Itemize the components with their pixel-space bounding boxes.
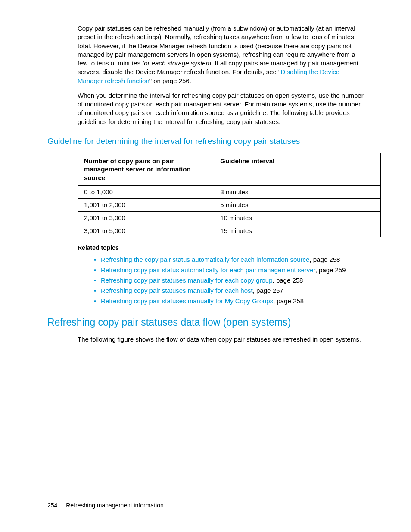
paragraph-1c: " on page 256.: [149, 77, 191, 84]
related-tail: , page 258: [273, 297, 304, 305]
table-row: 1,001 to 2,000 5 minutes: [78, 199, 381, 212]
related-topics-list: Refreshing the copy pair status automati…: [47, 255, 364, 306]
related-tail: , page 257: [253, 287, 283, 294]
related-tail: , page 258: [309, 256, 340, 263]
paragraph-3: The following figure shows the flow of d…: [47, 335, 364, 344]
page-number: 254: [47, 502, 57, 509]
list-item: Refreshing copy pair statuses manually f…: [94, 275, 364, 286]
table-cell: 3,001 to 5,000: [78, 224, 214, 237]
list-item: Refreshing the copy pair status automati…: [94, 255, 364, 265]
related-tail: , page 258: [273, 277, 303, 284]
list-item: Refreshing copy pair status automaticall…: [94, 265, 364, 275]
table-cell: 2,001 to 3,000: [78, 212, 214, 224]
table-cell: 5 minutes: [214, 199, 381, 212]
document-page: Copy pair statuses can be refreshed manu…: [0, 0, 411, 532]
related-link[interactable]: Refreshing the copy pair status automati…: [101, 256, 309, 263]
table-header-pairs: Number of copy pairs on pair management …: [78, 153, 214, 186]
paragraph-2: When you determine the interval for refr…: [47, 91, 364, 126]
paragraph-1-italic: for each storage system: [142, 59, 211, 67]
list-item: Refreshing copy pair statuses manually f…: [94, 286, 364, 296]
related-link[interactable]: Refreshing copy pair statuses manually f…: [101, 277, 273, 284]
table-header-interval: Guideline interval: [214, 153, 381, 186]
table-cell: 10 minutes: [214, 212, 381, 224]
heading-data-flow: Refreshing copy pair statuses data flow …: [47, 317, 364, 328]
table-cell: 15 minutes: [214, 224, 381, 237]
list-item: Refreshing copy pair statuses manually f…: [94, 296, 364, 306]
related-link[interactable]: Refreshing copy pair statuses manually f…: [101, 297, 273, 305]
table-row: 2,001 to 3,000 10 minutes: [78, 212, 381, 224]
footer-section: Refreshing management information: [66, 502, 163, 509]
heading-guideline-interval: Guideline for determining the interval f…: [47, 137, 364, 146]
table-header-row: Number of copy pairs on pair management …: [78, 153, 381, 186]
page-footer: 254 Refreshing management information: [47, 502, 164, 509]
table-cell: 3 minutes: [214, 186, 381, 199]
related-tail: , page 259: [315, 266, 346, 274]
related-link[interactable]: Refreshing copy pair statuses manually f…: [101, 287, 253, 294]
table-cell: 1,001 to 2,000: [78, 199, 214, 212]
related-link[interactable]: Refreshing copy pair status automaticall…: [101, 266, 315, 274]
guideline-interval-table: Number of copy pairs on pair management …: [78, 153, 381, 238]
table-row: 0 to 1,000 3 minutes: [78, 186, 381, 199]
paragraph-1: Copy pair statuses can be refreshed manu…: [47, 24, 364, 85]
table-cell: 0 to 1,000: [78, 186, 214, 199]
related-topics-heading: Related topics: [47, 244, 364, 251]
table-row: 3,001 to 5,000 15 minutes: [78, 224, 381, 237]
